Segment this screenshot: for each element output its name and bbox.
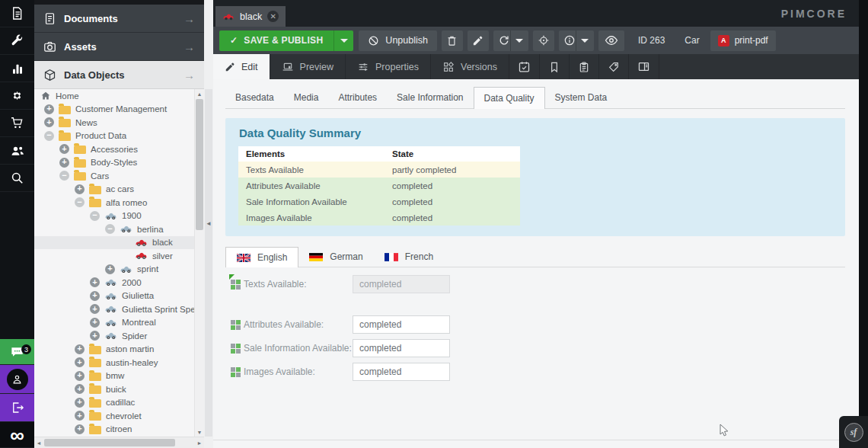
notifications-icon[interactable]: 3 [0,339,34,365]
expand-icon[interactable] [105,264,115,274]
tree-horizontal-scrollbar[interactable]: ◄ ► [34,437,204,448]
tab-properties[interactable]: Properties [346,54,431,79]
expand-icon[interactable] [75,398,85,408]
logout-icon[interactable] [0,394,34,422]
pimcore-logo-icon[interactable]: ∞ [0,422,34,448]
tree-item-home[interactable]: Home [34,89,194,103]
tree-item[interactable]: chevrolet [34,409,194,423]
tree-item[interactable]: Product Data [34,130,194,143]
scrollbar-thumb[interactable] [196,99,203,230]
tab-bookmark[interactable] [540,54,570,79]
images-available-input[interactable] [353,363,450,381]
delete-button[interactable] [442,30,463,51]
save-options-dropdown[interactable] [333,30,353,51]
scroll-left-arrow[interactable]: ◄ [34,437,43,448]
close-tab-icon[interactable]: ✕ [267,11,279,22]
tree-item[interactable]: alfa romeo [34,196,194,210]
tree-item[interactable]: Accessories [34,142,194,156]
collapse-icon[interactable] [75,197,85,207]
expand-icon[interactable] [44,104,54,114]
collapse-icon[interactable] [44,131,54,141]
tree-item[interactable]: 1900 [34,210,194,223]
tree-vertical-scrollbar[interactable]: ▲ ▼ [194,89,204,437]
accordion-data-objects[interactable]: Data Objects → [34,61,204,89]
tree-item-black[interactable]: black [34,236,194,250]
tree-item[interactable]: Gulietta Sprint Specia [34,302,194,316]
accordion-assets[interactable]: Assets → [34,33,204,61]
expand-icon[interactable] [75,357,85,367]
tab-workflow-panel[interactable] [629,54,659,79]
collapse-icon[interactable] [90,211,100,221]
reload-options-dropdown[interactable] [510,30,528,51]
scrollbar-thumb[interactable] [44,439,175,446]
tab-edit[interactable]: Edit [213,54,270,79]
ecommerce-rail-icon[interactable] [0,110,34,137]
expand-icon[interactable] [90,291,100,301]
attributes-available-input[interactable] [353,315,450,334]
open-preview-button[interactable] [598,30,624,51]
tab-preview[interactable]: Preview [270,54,346,79]
tab-attributes[interactable]: Attributes [328,87,387,108]
unpublish-button[interactable]: Unpublish [359,30,437,51]
expand-icon[interactable] [44,117,54,127]
expand-icon[interactable] [75,371,85,381]
tree-item[interactable]: berlina [34,222,194,236]
tab-system-data[interactable]: System Data [545,87,617,108]
scroll-up-arrow[interactable]: ▲ [195,89,204,98]
tree-item[interactable]: buick [34,382,194,396]
tab-basedata[interactable]: Basedata [225,87,284,108]
tab-language-german[interactable]: German [298,247,373,267]
tree-item[interactable]: 2000 [34,276,194,290]
sale-information-available-input[interactable] [353,339,450,357]
symfony-debug-toolbar-button[interactable]: sf [839,416,868,448]
expand-icon[interactable] [90,331,100,341]
panel-splitter[interactable]: ◄ [204,0,213,448]
tree-item[interactable]: citroen [34,423,194,437]
expand-icon[interactable] [75,344,85,354]
collapse-panel-icon[interactable]: ◄ [206,220,212,227]
info-options-dropdown[interactable] [576,30,594,51]
expand-icon[interactable] [90,318,100,328]
expand-icon[interactable] [75,184,85,194]
tree-item[interactable]: Spider [34,329,194,343]
print-pdf-button[interactable]: A print-pdf [710,30,776,51]
tools-rail-icon[interactable] [0,27,34,55]
tree-item[interactable]: Giulietta [34,290,194,303]
tree-item[interactable]: Montreal [34,316,194,330]
tree-item[interactable]: bmw [34,370,194,383]
expand-icon[interactable] [75,424,85,434]
accordion-documents[interactable]: Documents → [34,5,204,33]
tree-item[interactable]: Cars [34,169,194,183]
collapse-icon[interactable] [59,171,69,181]
save-publish-button[interactable]: ✓ SAVE & PUBLISH [219,30,333,51]
tab-media[interactable]: Media [284,87,329,108]
tab-schedule[interactable] [509,54,540,79]
profile-icon[interactable] [0,365,34,394]
splitter-grip[interactable] [205,89,212,437]
tree-item[interactable]: sprint [34,263,194,277]
tab-tags[interactable] [599,54,629,79]
expand-icon[interactable] [59,144,69,154]
tree-item[interactable]: cadillac [34,396,194,410]
tree-item[interactable]: austin-healey [34,356,194,370]
locate-in-tree-button[interactable] [533,30,554,51]
tree-item[interactable]: aston martin [34,343,194,357]
expand-icon[interactable] [90,277,100,287]
tree-item[interactable]: News [34,116,194,130]
tab-notes[interactable] [570,54,599,79]
rename-button[interactable] [468,30,489,51]
reports-rail-icon[interactable] [0,55,34,82]
tree-item[interactable]: Body-Styles [34,156,194,170]
documents-rail-icon[interactable] [0,0,34,27]
users-rail-icon[interactable] [0,137,34,165]
tree-item[interactable]: ac cars [34,183,194,197]
expand-icon[interactable] [75,384,85,394]
tab-language-english[interactable]: English [225,247,298,267]
tree-item[interactable]: silver [34,249,194,263]
tree-item[interactable]: Customer Management [34,103,194,117]
tab-language-french[interactable]: French [374,247,444,267]
open-object-tab[interactable]: black ✕ [215,6,286,27]
expand-icon[interactable] [75,411,85,421]
search-rail-icon[interactable] [0,165,34,192]
scroll-down-arrow[interactable]: ▼ [195,427,204,437]
